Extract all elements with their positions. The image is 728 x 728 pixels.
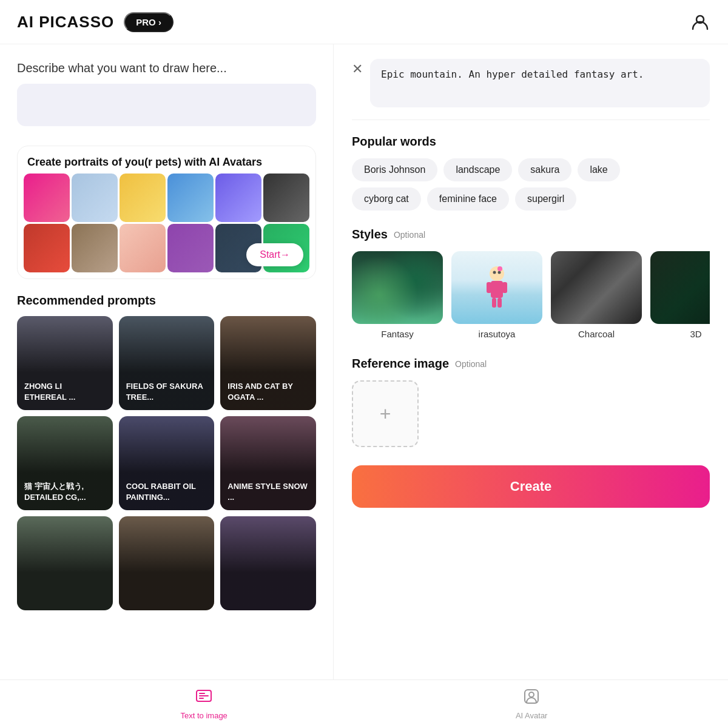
prompt-card[interactable]: ANIME STYLE SNOW ... — [220, 416, 316, 510]
svg-rect-6 — [497, 298, 502, 308]
style-label-irasutoya: irasutoya — [479, 329, 516, 339]
tag-supergirl[interactable]: supergirl — [515, 187, 576, 211]
styles-optional-badge: Optional — [394, 230, 425, 240]
prompt-card[interactable] — [119, 516, 215, 610]
avatar-cell — [72, 174, 118, 222]
tag-lake[interactable]: lake — [578, 158, 619, 181]
user-icon[interactable] — [689, 11, 711, 33]
svg-point-9 — [497, 266, 502, 271]
ref-title: Reference image — [352, 357, 449, 371]
describe-input[interactable] — [17, 84, 316, 126]
search-box-wrap: ✕ Epic mountain. An hyper detailed fanta… — [352, 44, 710, 120]
describe-label: Describe what you want to draw here... — [17, 61, 316, 75]
recommended-prompts-title: Recommended prompts — [17, 294, 316, 308]
avatar-cell — [24, 224, 70, 272]
style-thumbnail-charcoal — [551, 251, 642, 324]
top-bar: AI PICASSO PRO › — [0, 0, 728, 44]
nav-label-ai-avatar: AI Avatar — [516, 711, 548, 720]
nav-label-text-to-image: Text to image — [181, 711, 228, 720]
svg-rect-13 — [199, 698, 204, 699]
svg-rect-12 — [199, 695, 209, 696]
style-card-irasutoya[interactable]: irasutoya — [451, 251, 542, 340]
ai-avatar-icon — [523, 688, 540, 709]
styles-section: Styles Optional Fantasy — [352, 228, 710, 340]
styles-row: Fantasy — [352, 251, 710, 340]
avatar-cell — [167, 224, 214, 272]
svg-rect-3 — [487, 282, 491, 293]
prompt-label: IRIS AND CAT BY OGATA ... — [228, 381, 309, 403]
prompt-card[interactable]: IRIS AND CAT BY OGATA ... — [220, 316, 316, 410]
svg-point-7 — [493, 271, 496, 274]
tags-row-2: cyborg cat feminine face supergirl — [352, 187, 710, 211]
style-thumbnail-irasutoya — [451, 251, 542, 324]
prompt-card[interactable] — [17, 516, 113, 610]
prompt-label: FIELDS OF SAKURA TREE... — [126, 381, 207, 403]
avatar-cell — [72, 224, 118, 272]
ref-upload-button[interactable]: + — [352, 380, 419, 447]
prompt-label: COOL RABBIT OIL PAINTING... — [126, 481, 207, 503]
prompt-label: ZHONG LI ETHEREAL ... — [24, 381, 106, 403]
prompt-card[interactable]: 猫 宇宙人と戦う, DETAILED CG,... — [17, 416, 113, 510]
svg-rect-4 — [502, 282, 507, 293]
avatar-cell — [167, 174, 214, 222]
create-button[interactable]: Create — [352, 465, 710, 508]
svg-point-8 — [498, 271, 501, 274]
avatar-cell — [263, 174, 309, 222]
main-content: Describe what you want to draw here... C… — [0, 44, 728, 679]
avatar-cell — [215, 174, 261, 222]
ref-optional-badge: Optional — [455, 359, 487, 369]
close-button[interactable]: ✕ — [352, 59, 363, 77]
style-card-3d[interactable]: 3D — [650, 251, 710, 340]
prompt-card[interactable]: COOL RABBIT OIL PAINTING... — [119, 416, 215, 510]
avatar-cell — [120, 174, 166, 222]
text-to-image-icon — [195, 688, 212, 709]
avatar-cell — [120, 224, 166, 272]
style-thumbnail-3d — [650, 251, 710, 324]
plus-icon: + — [380, 403, 391, 425]
search-input[interactable]: Epic mountain. An hyper detailed fantasy… — [370, 59, 710, 107]
nav-text-to-image[interactable]: Text to image — [181, 688, 228, 720]
left-panel: Describe what you want to draw here... C… — [0, 44, 334, 679]
prompt-label: ANIME STYLE SNOW ... — [228, 481, 309, 503]
style-thumbnail-fantasy — [352, 251, 443, 324]
bottom-nav: Text to image AI Avatar — [0, 679, 728, 728]
avatar-cell — [24, 174, 70, 222]
svg-point-15 — [529, 692, 534, 697]
styles-header: Styles Optional — [352, 228, 710, 241]
avatar-promo-title: Create portraits of you(r pets) with AI … — [18, 146, 315, 174]
prompts-grid: ZHONG LI ETHEREAL ... FIELDS OF SAKURA T… — [17, 316, 316, 610]
svg-rect-11 — [199, 693, 205, 694]
tag-cyborg-cat[interactable]: cyborg cat — [352, 187, 421, 211]
svg-rect-5 — [492, 298, 496, 308]
start-button[interactable]: Start→ — [246, 243, 303, 266]
right-panel: ✕ Epic mountain. An hyper detailed fanta… — [334, 44, 728, 679]
pro-badge-button[interactable]: PRO › — [124, 12, 174, 32]
prompt-card[interactable]: ZHONG LI ETHEREAL ... — [17, 316, 113, 410]
svg-rect-2 — [491, 281, 503, 298]
prompt-label: 猫 宇宙人と戦う, DETAILED CG,... — [24, 481, 106, 503]
tag-feminine-face[interactable]: feminine face — [427, 187, 509, 211]
style-card-fantasy[interactable]: Fantasy — [352, 251, 443, 340]
prompt-card[interactable] — [220, 516, 316, 610]
tag-sakura[interactable]: sakura — [518, 158, 571, 181]
style-label-fantasy: Fantasy — [381, 329, 413, 339]
prompt-card[interactable]: FIELDS OF SAKURA TREE... — [119, 316, 215, 410]
style-card-charcoal[interactable]: Charcoal — [551, 251, 642, 340]
tags-row-1: Boris Johnson landscape sakura lake — [352, 158, 710, 181]
style-label-charcoal: Charcoal — [578, 329, 615, 339]
tag-boris-johnson[interactable]: Boris Johnson — [352, 158, 437, 181]
ref-header: Reference image Optional — [352, 357, 710, 371]
avatar-promo: Create portraits of you(r pets) with AI … — [17, 146, 316, 279]
app-logo: AI PICASSO — [17, 13, 114, 32]
reference-section: Reference image Optional + — [352, 357, 710, 447]
nav-ai-avatar[interactable]: AI Avatar — [516, 688, 548, 720]
styles-title: Styles — [352, 228, 388, 241]
popular-words-section: Popular words Boris Johnson landscape sa… — [352, 135, 710, 211]
popular-words-title: Popular words — [352, 135, 710, 149]
tag-landscape[interactable]: landscape — [443, 158, 512, 181]
style-label-3d: 3D — [690, 329, 701, 339]
